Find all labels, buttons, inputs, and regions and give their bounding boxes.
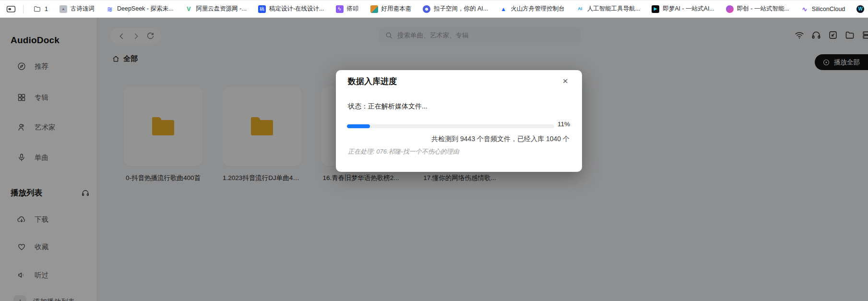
bookmark-label: 火山方舟管理控制台 <box>511 5 565 13</box>
progress-percent: 11% <box>558 120 570 128</box>
bookmark-label: 扣子空间，你的 AI... <box>434 5 488 13</box>
bookmark-label: SiliconCloud <box>812 6 845 12</box>
close-icon[interactable]: × <box>559 75 571 87</box>
bookmark-label: 人工智能工具导航... <box>587 5 640 13</box>
huoshan-favicon: ▲ <box>499 5 507 13</box>
bookmark-label: DeepSeek - 探索未... <box>117 5 173 13</box>
bookmark-siliconcloud[interactable]: ∿SiliconCloud <box>801 5 845 13</box>
deepseek-favicon: ≋ <box>106 5 114 13</box>
jimeng-favicon: ▶ <box>652 5 659 13</box>
progress-bar <box>347 124 554 128</box>
vidu-favicon: W <box>856 5 864 13</box>
bookmark-ai-nav[interactable]: AI人工智能工具导航... <box>576 5 640 13</box>
dakou-favicon: ϟ <box>336 5 344 13</box>
bookmark-label: 稿定设计-在线设计... <box>269 5 324 13</box>
bookmarks-list: 1▲古诗连词≋DeepSeek - 探索未...V阿里云盘资源网 -...稿稿定… <box>27 5 865 13</box>
status-text: 状态：正在解析媒体文件... <box>348 102 428 111</box>
progress-fill <box>347 124 370 128</box>
bookmark-label: 阿里云盘资源网 -... <box>196 5 247 13</box>
bookmark-deepseek[interactable]: ≋DeepSeek - 探索未... <box>106 5 173 13</box>
kouzi-favicon: ☻ <box>423 5 430 13</box>
import-progress-dialog: 数据入库进度 × 状态：正在解析媒体文件... 11% 共检测到 9443 个音… <box>336 70 582 172</box>
haoyongzhai-favicon <box>370 5 378 13</box>
bookmark-gushilianci[interactable]: ▲古诗连词 <box>59 5 95 13</box>
browser-bookmarks-bar: 1▲古诗连词≋DeepSeek - 探索未...V阿里云盘资源网 -...稿稿定… <box>0 0 868 18</box>
bookmark-label: 即创 - 一站式智能... <box>737 5 789 13</box>
bookmark-vidu[interactable]: WVidu AI - 极速... <box>856 5 865 13</box>
gaoding-favicon: 稿 <box>258 5 266 13</box>
bookmark-dakou[interactable]: ϟ搭叩 <box>336 5 359 13</box>
bookmark-label: 即梦AI - 一站式AI... <box>663 5 714 13</box>
bookmark-aliyunpan[interactable]: V阿里云盘资源网 -... <box>185 5 247 13</box>
processing-file-text: 正在处理: 076.祁隆-找一个不伤心的理由 <box>348 147 459 156</box>
bookmark-kouzi[interactable]: ☻扣子空间，你的 AI... <box>423 5 488 13</box>
bookmark-label: 好用斋本斋 <box>381 5 412 13</box>
audiodock-window: AudioDock 推荐专辑艺术家单曲 播放列表 下载收藏听过 添加播放列表 全… <box>0 18 868 301</box>
ai-nav-favicon: AI <box>576 5 584 13</box>
bookmark-jichuang[interactable]: 即创 - 一站式智能... <box>726 5 789 13</box>
sidebar-panel-icon[interactable] <box>6 4 16 14</box>
bookmarks-bar-separator <box>23 5 24 13</box>
aliyunpan-favicon: V <box>185 5 192 13</box>
bookmark-folder-1[interactable]: 1 <box>33 5 48 13</box>
bookmark-huoshan[interactable]: ▲火山方舟管理控制台 <box>499 5 565 13</box>
gushilianci-favicon: ▲ <box>59 5 67 13</box>
bookmark-jimeng[interactable]: ▶即梦AI - 一站式AI... <box>652 5 714 13</box>
bookmark-label: 1 <box>45 6 48 12</box>
bookmark-label: 古诗连词 <box>71 5 95 13</box>
bookmarks-folder-icon <box>33 5 41 13</box>
detected-count-text: 共检测到 9443 个音频文件，已经入库 1040 个 <box>431 135 570 144</box>
siliconcloud-favicon: ∿ <box>801 5 809 13</box>
bookmark-gaoding[interactable]: 稿稿定设计-在线设计... <box>258 5 324 13</box>
dialog-title: 数据入库进度 <box>348 76 397 87</box>
bookmark-label: 搭叩 <box>347 5 359 13</box>
bookmark-haoyongzhai[interactable]: 好用斋本斋 <box>370 5 412 13</box>
jichuang-favicon <box>726 5 734 13</box>
